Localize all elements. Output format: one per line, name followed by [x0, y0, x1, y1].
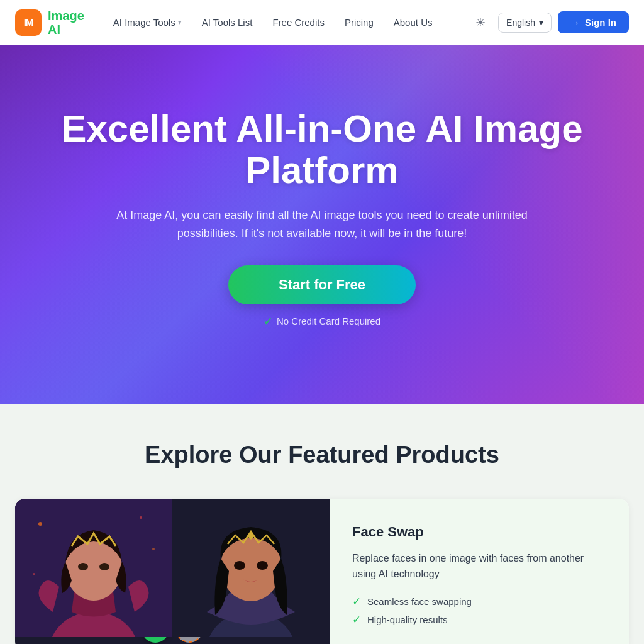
- sun-icon: ☀: [475, 16, 486, 30]
- face-img-container: [15, 499, 330, 644]
- product-info: Face Swap Replace faces in one image wit…: [330, 499, 629, 644]
- nav-pricing[interactable]: Pricing: [336, 12, 382, 33]
- theme-toggle-button[interactable]: ☀: [469, 11, 492, 34]
- check-icon-2: ✓: [352, 613, 361, 626]
- svg-point-14: [234, 561, 245, 570]
- nav-right: ☀ English ▾ → Sign In: [469, 11, 629, 34]
- nav-ai-image-tools[interactable]: AI Image Tools ▾: [104, 12, 191, 33]
- svg-point-15: [257, 561, 268, 570]
- logo[interactable]: IM Image AI: [15, 9, 84, 36]
- featured-section: Explore Our Featured Products: [0, 404, 644, 644]
- chevron-down-icon: ▾: [539, 18, 543, 28]
- feature-item-1: ✓ Seamless face swapping: [352, 595, 606, 608]
- face-right: [172, 499, 330, 637]
- nav-ai-tools-list[interactable]: AI Tools List: [193, 12, 262, 33]
- logo-text: Image AI: [48, 9, 84, 36]
- check-icon: ✓: [264, 314, 273, 328]
- product-name: Face Swap: [352, 524, 606, 540]
- language-selector[interactable]: English ▾: [498, 13, 552, 33]
- hero-subtitle: At Image AI, you can easily find all the…: [108, 206, 536, 243]
- svg-point-7: [152, 548, 155, 550]
- face-right-svg: [172, 499, 330, 637]
- nav-links: AI Image Tools ▾ AI Tools List Free Cred…: [104, 12, 469, 33]
- nav-about-us[interactable]: About Us: [385, 12, 441, 33]
- product-image-face-swap: + ➜: [15, 499, 330, 644]
- featured-title: Explore Our Featured Products: [15, 441, 629, 469]
- feature-list: ✓ Seamless face swapping ✓ High-quality …: [352, 595, 606, 626]
- navbar: IM Image AI AI Image Tools ▾ AI Tools Li…: [0, 0, 644, 45]
- face-left-svg: [15, 499, 172, 637]
- product-card-face-swap: + ➜ Face Swap Replace faces in one image…: [15, 499, 629, 644]
- hero-title: Excellent All-in-One AI Image Platform: [15, 108, 629, 191]
- svg-point-5: [38, 522, 42, 526]
- feature-label-1: Seamless face swapping: [367, 596, 472, 607]
- feature-label-2: High-quality results: [367, 614, 448, 625]
- nav-free-credits[interactable]: Free Credits: [264, 12, 333, 33]
- hero-section: Excellent All-in-One AI Image Platform A…: [0, 45, 644, 404]
- check-icon-1: ✓: [352, 595, 361, 608]
- sign-in-icon: →: [570, 17, 580, 28]
- svg-point-3: [78, 563, 88, 570]
- svg-point-4: [99, 563, 109, 570]
- product-description: Replace faces in one image with faces fr…: [352, 550, 606, 582]
- no-credit-card-notice: ✓ No Credit Card Required: [15, 314, 629, 328]
- svg-point-6: [140, 516, 142, 519]
- hero-content: Excellent All-in-One AI Image Platform A…: [15, 108, 629, 328]
- chevron-down-icon: ▾: [178, 18, 182, 26]
- start-free-button[interactable]: Start for Free: [228, 265, 416, 304]
- sign-in-button[interactable]: → Sign In: [558, 11, 629, 33]
- logo-icon: IM: [15, 9, 42, 36]
- feature-item-2: ✓ High-quality results: [352, 613, 606, 626]
- face-left: [15, 499, 172, 637]
- svg-point-8: [33, 573, 35, 575]
